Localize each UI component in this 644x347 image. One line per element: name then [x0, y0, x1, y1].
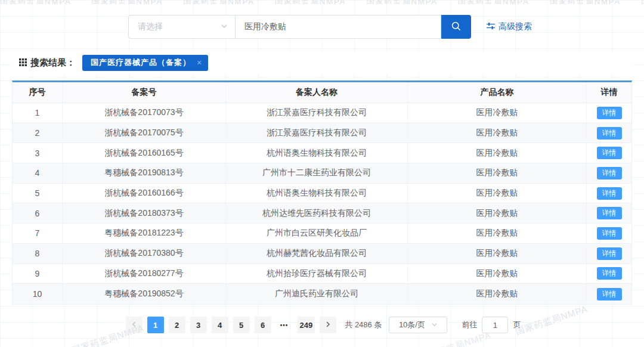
product-cell: 医用冷敷贴 [408, 184, 587, 204]
page-size-select[interactable]: 10条/页 [389, 317, 447, 333]
table-row: 10 粤穗械备20190852号 广州迪氏药业有限公司 医用冷敷贴 详情 [13, 284, 631, 304]
table-row: 1 浙杭械备20170073号 浙江景嘉医疗科技有限公司 医用冷敷贴 详情 [13, 103, 631, 123]
row-index-cell: 2 [13, 123, 63, 144]
chevron-down-icon [431, 321, 438, 330]
product-cell: 医用冷敷贴 [408, 143, 587, 163]
row-index-cell: 6 [13, 203, 63, 224]
grid-icon [19, 58, 27, 68]
table-row: 8 浙杭械备20170380号 杭州赫梵茜化妆品有限公司 医用冷敷贴 详情 [13, 244, 631, 264]
results-label-wrap: 搜索结果： [19, 57, 75, 69]
sliders-icon [487, 22, 495, 32]
row-index-cell: 7 [13, 224, 63, 244]
detail-button[interactable]: 详情 [597, 127, 622, 140]
tag-close-icon[interactable]: × [197, 58, 202, 67]
record-no-cell: 浙杭械备20170075号 [63, 123, 226, 144]
results-bar: 搜索结果： 国产医疗器械产品（备案） × [12, 51, 632, 74]
goto-page: 前往 页 [462, 317, 521, 333]
goto-prefix-label: 前往 [462, 320, 477, 330]
company-cell: 浙江景嘉医疗科技有限公司 [226, 123, 408, 144]
row-index-cell: 10 [13, 284, 63, 304]
search-input[interactable] [236, 15, 441, 39]
table-row: 2 浙杭械备20170075号 浙江景嘉医疗科技有限公司 医用冷敷贴 详情 [13, 123, 631, 144]
col-header-product: 产品名称 [408, 82, 587, 103]
detail-button[interactable]: 详情 [597, 107, 622, 119]
page-button-1[interactable]: 1 [147, 317, 164, 333]
detail-button[interactable]: 详情 [597, 207, 622, 219]
table-row: 4 粤穗械备20190813号 广州市十二康生药业有限公司 医用冷敷贴 详情 [13, 163, 631, 184]
row-index-cell: 5 [13, 184, 63, 204]
advanced-search-label: 高级搜索 [499, 21, 532, 32]
search-icon [450, 20, 462, 34]
product-cell: 医用冷敷贴 [408, 284, 587, 304]
table-header-row: 序号 备案号 备案人名称 产品名称 详情 [13, 82, 631, 103]
row-index-cell: 4 [13, 163, 63, 184]
record-no-cell: 浙杭械备20180373号 [63, 203, 226, 224]
next-page-button[interactable] [320, 317, 336, 333]
company-cell: 杭州语奥生物科技有限公司 [226, 143, 408, 163]
record-no-cell: 粤穗械备20190813号 [63, 163, 226, 184]
table-row: 7 粤穗械备20181223号 广州市白云区研美化妆品厂 医用冷敷贴 详情 [13, 224, 631, 244]
row-index-cell: 1 [13, 103, 63, 123]
company-cell: 广州迪氏药业有限公司 [226, 284, 408, 304]
record-no-cell: 粤穗械备20190852号 [63, 284, 226, 304]
col-header-detail: 详情 [587, 82, 631, 103]
detail-button[interactable]: 详情 [597, 288, 622, 300]
page-button-3[interactable]: 3 [190, 317, 207, 333]
company-cell: 广州市白云区研美化妆品厂 [226, 224, 408, 244]
page-button-last[interactable]: 249 [298, 317, 315, 333]
category-select[interactable]: 请选择 [128, 15, 236, 39]
page-button-6[interactable]: 6 [255, 317, 271, 333]
filter-tag-label: 国产医疗器械产品（备案） [91, 57, 191, 68]
watermark-row-top: 国家药监局NMPA国家药监局NMPA国家药监局NMPA国家药监局NMPA国家药监… [0, 0, 644, 4]
table-row: 3 浙杭械备20160165号 杭州语奥生物科技有限公司 医用冷敷贴 详情 [13, 143, 631, 163]
advanced-search-link[interactable]: 高级搜索 [487, 21, 532, 32]
product-cell: 医用冷敷贴 [408, 103, 587, 123]
total-count-label: 共 2486 条 [345, 320, 382, 330]
row-index-cell: 9 [13, 264, 63, 284]
detail-button[interactable]: 详情 [597, 267, 622, 280]
filter-tag: 国产医疗器械产品（备案） × [82, 55, 208, 71]
page-button-5[interactable]: 5 [233, 317, 250, 333]
product-cell: 医用冷敷贴 [408, 244, 587, 264]
category-select-placeholder: 请选择 [138, 21, 163, 32]
record-no-cell: 浙杭械备20160166号 [63, 184, 226, 204]
detail-button[interactable]: 详情 [597, 227, 622, 240]
search-button[interactable] [441, 15, 471, 39]
record-no-cell: 浙杭械备20170380号 [63, 244, 226, 264]
row-index-cell: 8 [13, 244, 63, 264]
company-cell: 杭州拾珍医疗器械有限公司 [226, 264, 408, 284]
company-cell: 杭州达维先医药科技有限公司 [226, 203, 408, 224]
detail-button[interactable]: 详情 [597, 167, 622, 179]
record-no-cell: 浙杭械备20180277号 [63, 264, 226, 284]
company-cell: 杭州语奥生物科技有限公司 [226, 184, 408, 204]
company-cell: 广州市十二康生药业有限公司 [226, 163, 408, 184]
detail-button[interactable]: 详情 [597, 147, 622, 159]
row-index-cell: 3 [13, 143, 63, 163]
col-header-record-no: 备案号 [63, 82, 226, 103]
col-header-company: 备案人名称 [226, 82, 408, 103]
product-cell: 医用冷敷贴 [408, 203, 587, 224]
product-cell: 医用冷敷贴 [408, 123, 587, 144]
record-no-cell: 粤穗械备20181223号 [63, 224, 226, 244]
table-row: 5 浙杭械备20160166号 杭州语奥生物科技有限公司 医用冷敷贴 详情 [13, 184, 631, 204]
product-cell: 医用冷敷贴 [408, 163, 587, 184]
table-row: 6 浙杭械备20180373号 杭州达维先医药科技有限公司 医用冷敷贴 详情 [13, 203, 631, 224]
chevron-right-icon [325, 321, 331, 330]
col-header-index: 序号 [13, 82, 63, 103]
company-cell: 浙江景嘉医疗科技有限公司 [226, 103, 408, 123]
more-pages-button[interactable]: ••• [276, 317, 293, 333]
product-cell: 医用冷敷贴 [408, 224, 587, 244]
results-label: 搜索结果： [30, 57, 75, 69]
company-cell: 杭州赫梵茜化妆品有限公司 [226, 244, 408, 264]
page-size-value: 10条/页 [399, 320, 425, 330]
page-button-4[interactable]: 4 [212, 317, 228, 333]
chevron-down-icon [221, 21, 228, 32]
detail-button[interactable]: 详情 [597, 187, 622, 200]
page-button-2[interactable]: 2 [169, 317, 185, 333]
record-no-cell: 浙杭械备20170073号 [63, 103, 226, 123]
table-row: 9 浙杭械备20180277号 杭州拾珍医疗器械有限公司 医用冷敷贴 详情 [13, 264, 631, 284]
record-no-cell: 浙杭械备20160165号 [63, 143, 226, 163]
product-cell: 医用冷敷贴 [408, 264, 587, 284]
results-table: 序号 备案号 备案人名称 产品名称 详情 1 浙杭械备20170073号 浙江景… [12, 80, 632, 305]
detail-button[interactable]: 详情 [597, 247, 622, 260]
